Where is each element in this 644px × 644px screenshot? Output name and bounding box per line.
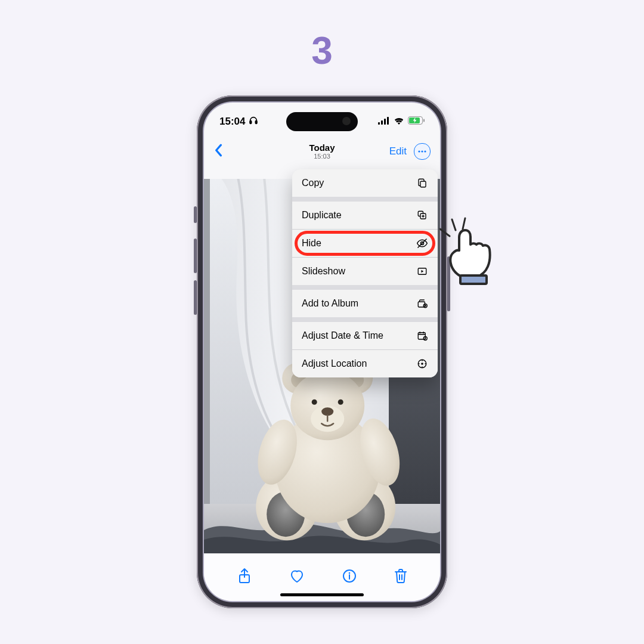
menu-item-hide[interactable]: Hide <box>292 229 438 257</box>
menu-item-label: Duplicate <box>302 210 342 221</box>
menu-item-label: Adjust Date & Time <box>302 330 383 341</box>
context-menu: Copy Duplicate Hide <box>292 169 438 377</box>
tap-hand-illustration <box>432 215 503 286</box>
status-time: 15:04 <box>219 116 245 128</box>
headphones-icon <box>249 116 258 128</box>
signal-icon <box>378 116 390 128</box>
menu-item-label: Copy <box>302 178 324 188</box>
svg-rect-2 <box>378 122 380 125</box>
mute-switch[interactable] <box>194 206 197 223</box>
svg-rect-32 <box>420 181 426 187</box>
svg-point-41 <box>422 363 423 364</box>
menu-item-label: Slideshow <box>302 266 345 277</box>
hide-icon <box>416 237 428 249</box>
dynamic-island <box>286 112 358 131</box>
menu-item-label: Add to Album <box>302 298 358 309</box>
volume-down-button[interactable] <box>194 280 197 315</box>
svg-rect-14 <box>204 179 210 506</box>
svg-point-44 <box>348 572 350 574</box>
svg-rect-3 <box>381 120 383 125</box>
step-number: 3 <box>0 29 644 73</box>
album-icon <box>416 298 428 309</box>
svg-line-47 <box>463 218 465 229</box>
favorite-button[interactable] <box>289 569 305 586</box>
menu-item-copy[interactable]: Copy <box>292 169 438 197</box>
phone-frame: 15:04 <box>197 95 447 608</box>
slideshow-icon <box>416 265 428 277</box>
nav-subtitle: 15:03 <box>204 153 440 160</box>
svg-point-30 <box>312 399 317 404</box>
svg-rect-5 <box>387 117 389 125</box>
battery-icon <box>408 116 425 128</box>
menu-item-adjust-location[interactable]: Adjust Location <box>292 349 438 377</box>
svg-rect-38 <box>418 333 425 339</box>
svg-line-46 <box>452 219 456 230</box>
share-button[interactable] <box>237 568 252 587</box>
menu-item-add-to-album[interactable]: Add to Album <box>292 290 438 317</box>
menu-item-duplicate[interactable]: Duplicate <box>292 202 438 229</box>
svg-rect-8 <box>423 119 425 122</box>
copy-icon <box>416 177 428 189</box>
volume-up-button[interactable] <box>194 239 197 273</box>
duplicate-icon <box>416 209 428 221</box>
svg-rect-4 <box>384 119 386 125</box>
svg-rect-48 <box>460 275 487 284</box>
delete-button[interactable] <box>394 568 407 586</box>
nav-title: Today <box>204 143 440 153</box>
home-indicator[interactable] <box>280 593 364 596</box>
svg-line-45 <box>440 229 450 236</box>
svg-rect-0 <box>250 120 252 123</box>
calendar-icon <box>416 330 428 342</box>
wifi-icon <box>394 116 404 128</box>
phone-screen: 15:04 <box>204 103 440 601</box>
info-button[interactable] <box>342 569 357 586</box>
menu-item-adjust-datetime[interactable]: Adjust Date & Time <box>292 322 438 349</box>
menu-item-slideshow[interactable]: Slideshow <box>292 257 438 285</box>
location-icon <box>416 358 428 370</box>
nav-bar: Today 15:03 Edit <box>204 136 440 167</box>
menu-item-label: Hide <box>302 238 321 249</box>
svg-rect-1 <box>256 120 258 123</box>
menu-item-label: Adjust Location <box>302 358 367 369</box>
svg-point-31 <box>338 399 343 404</box>
